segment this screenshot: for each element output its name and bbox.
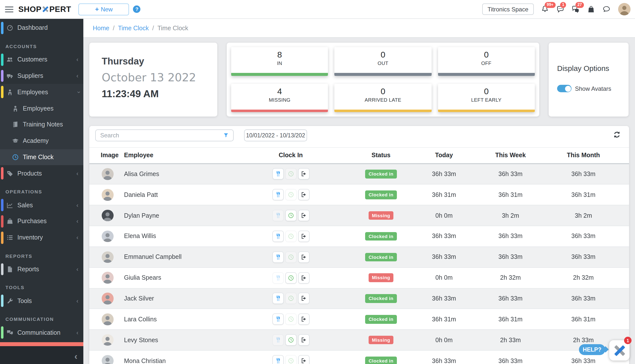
- breadcrumb-home[interactable]: Home: [93, 24, 109, 32]
- breadcrumb-timeclock[interactable]: Time Clock: [118, 24, 149, 32]
- shopping-bag-icon[interactable]: [587, 5, 595, 14]
- lunch-button[interactable]: [272, 355, 284, 364]
- table-row[interactable]: Elena Willis Clocked in 36h 33m 36h 33m …: [89, 226, 629, 247]
- lunch-button[interactable]: [272, 168, 284, 180]
- header-status[interactable]: Status: [343, 152, 419, 159]
- sidebar-item-purchases[interactable]: Purchases ‹: [0, 213, 83, 230]
- sidebar-item-employees[interactable]: Employees ‹: [0, 84, 83, 100]
- sidebar-item-customers[interactable]: Customers ‹: [0, 52, 83, 68]
- sidebar-item-dashboard[interactable]: Dashboard: [0, 20, 83, 36]
- sidebar-item-label: Suppliers: [17, 72, 43, 79]
- lunch-button[interactable]: [272, 189, 284, 200]
- lunch-button[interactable]: [272, 230, 284, 242]
- messages-icon[interactable]: 1: [556, 5, 564, 14]
- stat-value: 8: [277, 50, 282, 60]
- table-row[interactable]: Levy Stones Missing 0h 0m 2h 33m 2h 33m: [89, 330, 629, 351]
- employee-avatar[interactable]: [102, 355, 113, 364]
- sidebar-item-academy[interactable]: Academy: [0, 133, 83, 149]
- chats-icon[interactable]: 27: [571, 5, 580, 14]
- user-avatar[interactable]: [618, 3, 630, 15]
- hamburger-menu-icon[interactable]: [5, 6, 14, 12]
- table-row[interactable]: Emmanuel Campbell Clocked in 36h 33m 36h…: [89, 247, 629, 268]
- clock-out-button[interactable]: [298, 189, 309, 200]
- header-employee[interactable]: Employee: [120, 152, 238, 159]
- clock-in-button[interactable]: [285, 252, 296, 263]
- tag-icon: [7, 170, 14, 177]
- header-this-month[interactable]: This Month: [552, 152, 615, 159]
- employee-avatar[interactable]: [102, 189, 113, 200]
- refresh-icon[interactable]: [613, 130, 621, 139]
- status-cell: Clocked in: [343, 170, 419, 178]
- sidebar-item-employees[interactable]: Employees: [0, 100, 83, 116]
- header-clock-in[interactable]: Clock In: [238, 152, 343, 159]
- clock-out-button[interactable]: [298, 314, 309, 325]
- app-logo[interactable]: SHOP PERT: [18, 5, 71, 14]
- clock-out-button[interactable]: [298, 210, 309, 221]
- clock-out-button[interactable]: [298, 272, 309, 284]
- clock-in-button[interactable]: [285, 355, 296, 364]
- search-input[interactable]: Search: [95, 129, 234, 141]
- clock-in-button[interactable]: [285, 334, 296, 346]
- table-row[interactable]: Daniela Patt Clocked in 36h 31m 36h 31m …: [89, 185, 629, 206]
- employee-avatar[interactable]: [102, 272, 113, 284]
- filter-funnel-icon[interactable]: [223, 132, 229, 138]
- lunch-button[interactable]: [272, 272, 284, 284]
- sidebar-collapse-icon[interactable]: ‹: [75, 352, 77, 361]
- clock-out-button[interactable]: [298, 355, 309, 364]
- header-image[interactable]: Image: [89, 152, 120, 159]
- date-range-input[interactable]: 10/01/2022 - 10/13/202: [244, 129, 307, 141]
- lunch-button[interactable]: [272, 314, 284, 325]
- clock-out-button[interactable]: [298, 334, 309, 346]
- sidebar-item-time-clock[interactable]: Time Clock: [0, 149, 83, 166]
- clock-in-button[interactable]: [285, 293, 296, 304]
- clock-in-button[interactable]: [285, 168, 296, 180]
- lunch-button[interactable]: [272, 293, 284, 304]
- employee-avatar[interactable]: [102, 230, 113, 242]
- stat-value: 0: [484, 86, 489, 96]
- lunch-button[interactable]: [272, 334, 284, 346]
- clock-in-button[interactable]: [285, 272, 296, 284]
- employee-avatar[interactable]: [102, 314, 113, 325]
- clock-in-button[interactable]: [285, 230, 296, 242]
- sidebar-item-training-notes[interactable]: Training Notes: [0, 116, 83, 133]
- sidebar-item-suppliers[interactable]: Suppliers ‹: [0, 68, 83, 84]
- new-button[interactable]: +New: [79, 3, 129, 15]
- clock-out-button[interactable]: [298, 230, 309, 242]
- lunch-button[interactable]: [272, 210, 284, 221]
- top-cards-row: Thursday October 13 2022 11:23:49 AM 8 I…: [89, 43, 629, 116]
- sidebar-item-inventory[interactable]: Inventory ‹: [0, 230, 83, 246]
- table-row[interactable]: Mona Christian Clocked in 36h 33m 36h 33…: [89, 350, 629, 364]
- table-row[interactable]: Giulia Spears Missing 0h 0m 2h 32m 2h 32…: [89, 268, 629, 288]
- sidebar-item-sales[interactable]: Sales ‹: [0, 197, 83, 213]
- month-hours: 36h 33m: [552, 254, 615, 260]
- header-this-week[interactable]: This Week: [469, 152, 552, 159]
- clock-out-button[interactable]: [298, 293, 309, 304]
- header-today[interactable]: Today: [419, 152, 469, 159]
- clock-in-button[interactable]: [285, 189, 296, 200]
- employee-avatar[interactable]: [102, 292, 113, 304]
- sidebar-item-tools[interactable]: Tools ‹: [0, 293, 83, 309]
- table-row[interactable]: Lara Collins Clocked in 36h 31m 36h 31m …: [89, 309, 629, 330]
- table-row[interactable]: Dylan Payne Missing 0h 0m 3h 2m 3h 2m: [89, 205, 629, 226]
- sidebar-item-reports[interactable]: Reports ‹: [0, 261, 83, 278]
- employee-avatar[interactable]: [102, 210, 113, 222]
- workspace-button[interactable]: Titronics Space: [482, 4, 534, 15]
- clock-out-button[interactable]: [298, 168, 309, 180]
- sidebar-item-products[interactable]: Products ‹: [0, 166, 83, 182]
- sidebar-item-communication[interactable]: Communication ‹: [0, 324, 83, 341]
- lunch-button[interactable]: [272, 252, 284, 263]
- table-row[interactable]: Alisa Grimes Clocked in 36h 33m 36h 33m …: [89, 164, 629, 185]
- notifications-bell-icon[interactable]: 99+: [541, 5, 549, 14]
- help-button[interactable]: HELP?: [579, 344, 605, 355]
- help-notification-badge: 1: [624, 337, 631, 344]
- clock-out-button[interactable]: [298, 252, 309, 263]
- employee-avatar[interactable]: [102, 334, 113, 346]
- help-icon[interactable]: ?: [133, 6, 141, 13]
- employee-avatar[interactable]: [102, 251, 113, 263]
- clock-in-button[interactable]: [285, 314, 296, 325]
- clock-in-button[interactable]: [285, 210, 296, 221]
- show-avatars-toggle[interactable]: [557, 85, 571, 92]
- employee-avatar[interactable]: [102, 168, 113, 180]
- feedback-bubble-icon[interactable]: [602, 5, 611, 14]
- table-row[interactable]: Jack Silver Clocked in 36h 33m 36h 33m 3…: [89, 288, 629, 309]
